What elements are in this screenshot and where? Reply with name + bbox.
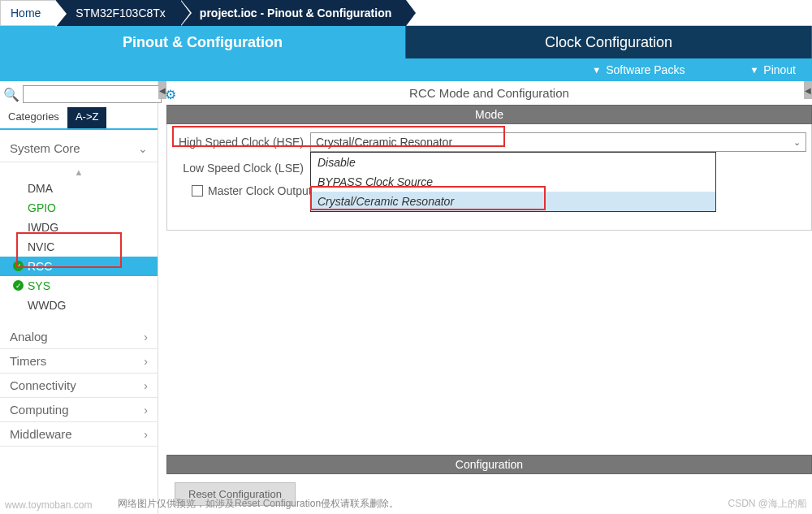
software-packs-dropdown[interactable]: ▼ Software Packs <box>592 63 685 76</box>
sub-toolbar: ▼ Software Packs ▼ Pinout <box>0 58 812 81</box>
chevron-down-icon: ▼ <box>749 65 758 75</box>
section-label: Timers <box>10 354 46 368</box>
breadcrumb: Home STM32F103C8Tx project.ioc - Pinout … <box>0 0 812 26</box>
section-connectivity[interactable]: Connectivity › <box>0 374 158 398</box>
section-label: Computing <box>10 403 69 417</box>
tree-item-dma[interactable]: DMA <box>0 179 158 198</box>
hse-label: High Speed Clock (HSE) <box>172 136 310 149</box>
check-icon: ✓ <box>13 261 24 271</box>
tree-item-rcc[interactable]: ✓ RCC <box>0 257 158 276</box>
mco-checkbox[interactable] <box>192 185 203 197</box>
chevron-down-icon: ⌄ <box>138 142 148 155</box>
hse-value: Crystal/Ceramic Resonator <box>316 136 452 149</box>
panel-title: RCC Mode and Configuration <box>166 81 812 105</box>
section-label: Analog <box>10 330 48 343</box>
tree-item-gpio[interactable]: GPIO <box>0 198 158 218</box>
lse-label: Low Speed Clock (LSE) <box>172 162 310 175</box>
option-crystal[interactable]: Crystal/Ceramic Resonator <box>311 192 715 211</box>
search-input[interactable] <box>23 85 162 103</box>
section-analog[interactable]: Analog › <box>0 325 158 349</box>
section-label: Middleware <box>10 427 72 441</box>
lse-dropdown-list: Disable BYPASS Clock Source Crystal/Cera… <box>310 152 716 212</box>
tree-item-label: RCC <box>28 260 52 273</box>
section-timers[interactable]: Timers › <box>0 349 158 374</box>
tab-az-sort[interactable]: A->Z <box>67 107 107 128</box>
mco-label: Master Clock Output <box>208 184 312 197</box>
tab-clock-config[interactable]: Clock Configuration <box>406 26 812 58</box>
tab-pinout-config[interactable]: Pinout & Configuration <box>0 26 406 58</box>
check-icon: ✓ <box>13 280 24 291</box>
software-packs-label: Software Packs <box>606 63 685 76</box>
search-icon[interactable]: 🔍 <box>3 87 19 102</box>
scroll-left-button[interactable]: ◀ <box>158 81 166 99</box>
pinout-dropdown[interactable]: ▼ Pinout <box>749 63 796 76</box>
sidebar: 🔍 ⚙ Categories A->Z System Core ⌄ ▲ DMA … <box>0 81 158 514</box>
option-disable[interactable]: Disable <box>311 153 715 172</box>
pinout-label: Pinout <box>763 63 796 76</box>
watermark: CSDN @海上的船 <box>728 497 807 511</box>
config-header: Configuration <box>166 455 812 474</box>
main-tabs: Pinout & Configuration Clock Configurati… <box>0 26 812 58</box>
mode-header: Mode <box>166 105 812 124</box>
chevron-right-icon: › <box>144 379 148 392</box>
chevron-right-icon: › <box>144 404 148 417</box>
tree-item-nvic[interactable]: NVIC <box>0 237 158 257</box>
breadcrumb-file[interactable]: project.ioc - Pinout & Configuration <box>180 0 406 26</box>
tree-item-label: SYS <box>28 279 50 292</box>
chevron-down-icon: ⌄ <box>793 137 801 148</box>
tree-item-wwdg[interactable]: WWDG <box>0 296 158 315</box>
chevron-down-icon: ▼ <box>592 65 601 75</box>
tree-item-sys[interactable]: ✓ SYS <box>0 276 158 296</box>
chevron-right-icon: › <box>144 330 148 343</box>
watermark: 网络图片仅供预览，如涉及Reset Configuration侵权请联系删除。 <box>118 497 399 511</box>
tree-item-iwdg[interactable]: IWDG <box>0 218 158 237</box>
section-label: System Core <box>10 141 80 155</box>
option-bypass[interactable]: BYPASS Clock Source <box>311 172 715 192</box>
section-computing[interactable]: Computing › <box>0 398 158 422</box>
main-panel: ◀ ◀ RCC Mode and Configuration Mode High… <box>158 81 812 514</box>
section-middleware[interactable]: Middleware › <box>0 422 158 447</box>
breadcrumb-chip[interactable]: STM32F103C8Tx <box>56 0 179 26</box>
chevron-right-icon: › <box>144 355 148 368</box>
watermark: www.toymoban.com <box>5 499 92 511</box>
scroll-up-icon: ▲ <box>0 166 158 179</box>
mode-body: High Speed Clock (HSE) Crystal/Ceramic R… <box>166 124 812 231</box>
section-label: Connectivity <box>10 378 76 392</box>
section-system-core[interactable]: System Core ⌄ <box>0 135 158 162</box>
hse-select[interactable]: Crystal/Ceramic Resonator ⌄ <box>310 132 806 152</box>
tab-categories[interactable]: Categories <box>0 107 67 128</box>
scroll-right-button[interactable]: ◀ <box>804 81 812 99</box>
breadcrumb-home[interactable]: Home <box>0 0 56 26</box>
chevron-right-icon: › <box>144 428 148 441</box>
